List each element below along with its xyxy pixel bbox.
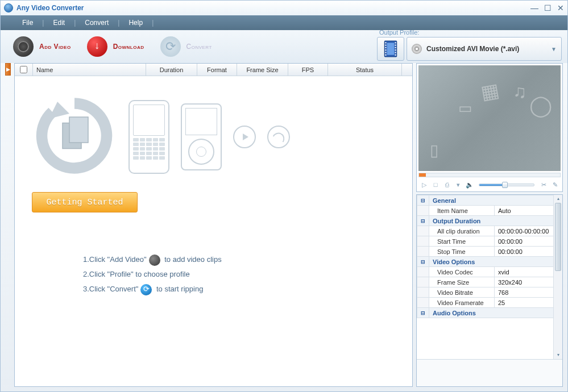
- titlebar: Any Video Converter — ☐ ✕: [1, 1, 567, 15]
- main-area: ▶ Name Duration Format Frame Size FPS St…: [1, 63, 567, 391]
- table-header: Name Duration Format Frame Size FPS Stat…: [15, 64, 412, 76]
- snapshot-menu-button[interactable]: ▾: [454, 180, 463, 189]
- player-controls: ▷ □ ⎙ ▾ 🔈 ✂ ✎: [418, 177, 561, 190]
- preview-screen: ▯ ▭ ▦ ♫ ◯: [418, 65, 561, 171]
- window-buttons: — ☐ ✕: [530, 3, 564, 12]
- collapse-video-options[interactable]: ⊟: [417, 257, 429, 267]
- col-name[interactable]: Name: [33, 64, 146, 76]
- video-framerate-value[interactable]: 25: [495, 298, 562, 308]
- output-profile-select[interactable]: Customized AVI Movie (*.avi) ▼: [407, 37, 562, 61]
- col-status[interactable]: Status: [328, 64, 402, 76]
- svg-rect-13: [395, 55, 396, 56]
- svg-rect-10: [395, 47, 396, 48]
- film-reel-inline-icon: [149, 255, 160, 266]
- menu-convert[interactable]: Convert: [76, 19, 118, 27]
- minimize-button[interactable]: —: [530, 3, 538, 12]
- film-strip-icon: [383, 40, 398, 57]
- snapshot-button[interactable]: ⎙: [442, 180, 451, 189]
- menu-file[interactable]: File: [13, 19, 42, 27]
- convert-inline-icon: [140, 284, 152, 295]
- refresh-graphic-icon: [32, 93, 117, 181]
- svg-rect-8: [395, 42, 396, 43]
- menu-help[interactable]: Help: [119, 19, 152, 27]
- getting-started-button[interactable]: Getting Started: [32, 192, 138, 212]
- svg-rect-2: [385, 42, 386, 43]
- svg-rect-11: [395, 49, 396, 51]
- properties-panel: ⊟General Item NameAuto ⊟Output Duration …: [416, 194, 563, 387]
- output-preview-button[interactable]: [377, 37, 404, 61]
- preview-progress[interactable]: [418, 173, 561, 177]
- ipod-graphic-icon: [181, 103, 222, 170]
- svg-rect-12: [395, 52, 396, 53]
- property-description: [417, 359, 562, 386]
- phone-ghost-icon: ▭: [458, 99, 472, 117]
- col-fps[interactable]: FPS: [288, 64, 328, 76]
- output-profile-area: Output Profile: Customized AVI Movie (*.…: [377, 29, 562, 61]
- svg-rect-5: [385, 49, 386, 51]
- volume-slider[interactable]: [479, 184, 534, 186]
- music-ghost-icon: ♫: [513, 81, 526, 102]
- chevron-down-icon: ▼: [551, 46, 557, 52]
- properties-scrollbar[interactable]: ▴ ▾: [553, 195, 562, 359]
- col-scroll: [402, 64, 412, 76]
- cut-button[interactable]: ✂: [539, 180, 548, 189]
- preview-player: ▯ ▭ ▦ ♫ ◯ ▷ □ ⎙ ▾ 🔈 ✂ ✎: [416, 63, 563, 192]
- svg-rect-7: [385, 55, 386, 56]
- video-frame-size-value[interactable]: 320x240: [495, 277, 562, 287]
- video-bitrate-value[interactable]: 768: [495, 287, 562, 298]
- expand-audio-options[interactable]: ⊟: [417, 308, 429, 318]
- menubar: File| Edit| Convert| Help|: [1, 15, 567, 30]
- svg-rect-15: [69, 117, 88, 143]
- quicktime-graphic-icon: [267, 126, 290, 148]
- start-time-value[interactable]: 00:00:00: [495, 236, 562, 247]
- empty-state: Getting Started 1.Click "Add Video" to a…: [15, 76, 412, 386]
- svg-rect-1: [387, 43, 395, 55]
- download-icon: [87, 36, 107, 57]
- play-graphic-icon: [233, 126, 256, 148]
- file-list-panel: Name Duration Format Frame Size FPS Stat…: [14, 63, 413, 387]
- item-name-value[interactable]: Auto: [495, 206, 562, 216]
- volume-button[interactable]: 🔈: [465, 180, 474, 189]
- toolbar: Add Video Download Convert Output Profil…: [1, 30, 567, 63]
- settings-button[interactable]: ✎: [550, 180, 559, 189]
- col-check[interactable]: [15, 64, 33, 76]
- instructions: 1.Click "Add Video" to add video clips 2…: [83, 252, 401, 297]
- col-frame-size[interactable]: Frame Size: [237, 64, 288, 76]
- svg-rect-3: [385, 45, 386, 46]
- svg-rect-9: [395, 45, 396, 46]
- properties-grid: ⊟General Item NameAuto ⊟Output Duration …: [417, 195, 562, 359]
- disc-ghost-icon: ◯: [529, 94, 552, 118]
- film-reel-icon: [13, 36, 34, 57]
- scroll-down-icon[interactable]: ▾: [554, 351, 562, 359]
- convert-button[interactable]: Convert: [152, 34, 220, 59]
- panel-expand-button[interactable]: ▶: [5, 63, 11, 76]
- maximize-button[interactable]: ☐: [544, 3, 552, 12]
- collapse-general[interactable]: ⊟: [417, 195, 429, 206]
- stop-time-value[interactable]: 00:00:00: [495, 247, 562, 257]
- select-all-checkbox[interactable]: [20, 66, 27, 73]
- svg-rect-4: [385, 47, 386, 48]
- video-codec-value[interactable]: xvid: [495, 267, 562, 277]
- close-button[interactable]: ✕: [557, 3, 564, 12]
- output-profile-label: Output Profile:: [379, 29, 562, 36]
- menu-edit[interactable]: Edit: [44, 19, 74, 27]
- convert-icon: [160, 36, 181, 57]
- right-panel: ▯ ▭ ▦ ♫ ◯ ▷ □ ⎙ ▾ 🔈 ✂ ✎: [416, 63, 563, 387]
- collapse-output-duration[interactable]: ⊟: [417, 216, 429, 226]
- download-button[interactable]: Download: [79, 34, 152, 59]
- col-format[interactable]: Format: [197, 64, 237, 76]
- col-duration[interactable]: Duration: [146, 64, 197, 76]
- disc-icon: [412, 44, 422, 54]
- phone-graphic-icon: [128, 100, 169, 174]
- scroll-up-icon[interactable]: ▴: [554, 195, 562, 203]
- add-video-button[interactable]: Add Video: [5, 34, 79, 59]
- stop-button[interactable]: □: [431, 180, 440, 189]
- svg-rect-6: [385, 52, 386, 53]
- all-clip-duration-value[interactable]: 00:00:00-00:00:00: [495, 226, 562, 236]
- ipod-ghost-icon: ▯: [430, 141, 438, 160]
- app-icon: [4, 3, 13, 12]
- play-button[interactable]: ▷: [420, 180, 429, 189]
- scroll-thumb[interactable]: [555, 203, 561, 271]
- film-ghost-icon: ▦: [479, 78, 501, 104]
- app-window: Any Video Converter — ☐ ✕ File| Edit| Co…: [0, 0, 568, 392]
